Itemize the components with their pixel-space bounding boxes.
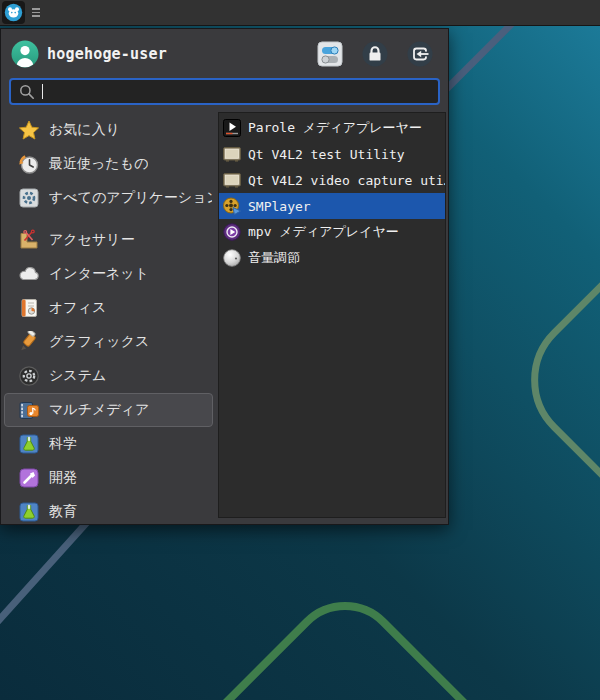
search-icon: [19, 84, 35, 100]
app-item-label: 音量調節: [248, 249, 300, 267]
sidebar-item-label: 最近使ったもの: [49, 155, 148, 173]
recent-clock-icon: [18, 153, 40, 175]
user-avatar[interactable]: [11, 40, 39, 68]
sidebar-item-multimedia[interactable]: マルチメディア: [4, 393, 213, 427]
sidebar-item-label: 開発: [49, 469, 77, 487]
multimedia-film-note-icon: [18, 399, 40, 421]
lock-icon: [362, 41, 388, 67]
mpv-player-icon: [222, 222, 242, 242]
sidebar-item-label: オフィス: [49, 299, 106, 317]
sidebar-item-favorites[interactable]: お気に入り: [4, 113, 213, 147]
science-flask-icon: [18, 433, 40, 455]
sidebar-item-label: インターネット: [49, 265, 149, 283]
application-list: Parole メディアプレーヤー Qt V4L2 test Utility: [218, 112, 446, 518]
qt-v4l2-tv-icon: [222, 170, 242, 190]
sidebar-item-label: システム: [49, 367, 106, 385]
app-item-mpv[interactable]: mpv メディアプレイヤー: [219, 219, 445, 245]
search-box[interactable]: [9, 78, 440, 105]
internet-cloud-icon: [18, 263, 40, 285]
sidebar-item-label: お気に入り: [49, 121, 120, 139]
sidebar-item-science[interactable]: 科学: [4, 427, 213, 461]
sidebar-item-development[interactable]: 開発: [4, 461, 213, 495]
system-gear-icon: [18, 365, 40, 387]
desktop: hogehoge-user: [0, 0, 600, 700]
sidebar-item-internet[interactable]: インターネット: [4, 257, 213, 291]
app-item-label: mpv メディアプレイヤー: [248, 223, 399, 241]
hamburger-icon[interactable]: [32, 8, 40, 17]
sidebar-item-recently-used[interactable]: 最近使ったもの: [4, 147, 213, 181]
office-document-icon: [18, 297, 40, 319]
accessories-ruler-scissors-icon: [18, 229, 40, 251]
sidebar-separator: [1, 215, 218, 223]
all-applications-gear-icon: [18, 187, 40, 209]
graphics-paint-icon: [18, 331, 40, 353]
search-input[interactable]: [50, 84, 430, 99]
qt-v4l2-tv-icon: [222, 144, 242, 164]
logout-icon: [407, 41, 433, 67]
sidebar-item-education[interactable]: 教育: [4, 495, 213, 524]
username: hogehoge-user: [47, 45, 167, 63]
sidebar-item-accessories[interactable]: アクセサリー: [4, 223, 213, 257]
app-item-qt-v4l2-video-capture[interactable]: Qt V4L2 video capture uti…: [219, 167, 445, 193]
app-item-parole[interactable]: Parole メディアプレーヤー: [219, 115, 445, 141]
volume-knob-icon: [222, 248, 242, 268]
sidebar-item-system[interactable]: システム: [4, 359, 213, 393]
sidebar-item-graphics[interactable]: グラフィックス: [4, 325, 213, 359]
wallpaper-sage-diamond: [502, 97, 600, 663]
whisker-menu: hogehoge-user: [0, 28, 449, 525]
text-cursor: [42, 84, 43, 99]
app-item-smplayer[interactable]: SMPlayer: [219, 193, 445, 219]
xubuntu-logo-icon: [4, 3, 23, 22]
education-flask-icon: [18, 501, 40, 523]
lock-screen-button[interactable]: [362, 41, 388, 67]
app-item-label: Qt V4L2 test Utility: [248, 147, 405, 162]
sidebar-item-label: 科学: [49, 435, 77, 453]
app-item-volume-control[interactable]: 音量調節: [219, 245, 445, 271]
app-item-label: Parole メディアプレーヤー: [248, 119, 422, 137]
wallpaper-green-chevron: [48, 578, 600, 700]
sidebar-item-all-applications[interactable]: すべてのアプリケーション: [4, 181, 213, 215]
sidebar-item-label: 教育: [49, 503, 77, 521]
menu-header: hogehoge-user: [1, 29, 448, 78]
star-icon: [18, 119, 40, 141]
app-item-label: Qt V4L2 video capture uti…: [248, 173, 445, 188]
development-tool-icon: [18, 467, 40, 489]
top-panel: [0, 0, 600, 26]
sidebar-item-label: すべてのアプリケーション: [49, 189, 212, 207]
applications-menu-button[interactable]: [2, 1, 25, 24]
toggles-settings-icon: [317, 41, 343, 67]
category-sidebar: お気に入り 最近使ったもの: [1, 112, 218, 524]
menu-body: お気に入り 最近使ったもの: [1, 112, 448, 524]
sidebar-item-label: マルチメディア: [49, 401, 149, 419]
log-out-button[interactable]: [407, 41, 433, 67]
parole-player-icon: [222, 118, 242, 138]
app-item-qt-v4l2-test-utility[interactable]: Qt V4L2 test Utility: [219, 141, 445, 167]
sidebar-item-office[interactable]: オフィス: [4, 291, 213, 325]
settings-button[interactable]: [317, 41, 343, 67]
sidebar-item-label: グラフィックス: [49, 333, 149, 351]
sidebar-item-label: アクセサリー: [49, 231, 135, 249]
smplayer-reel-icon: [222, 196, 242, 216]
app-item-label: SMPlayer: [248, 199, 311, 214]
